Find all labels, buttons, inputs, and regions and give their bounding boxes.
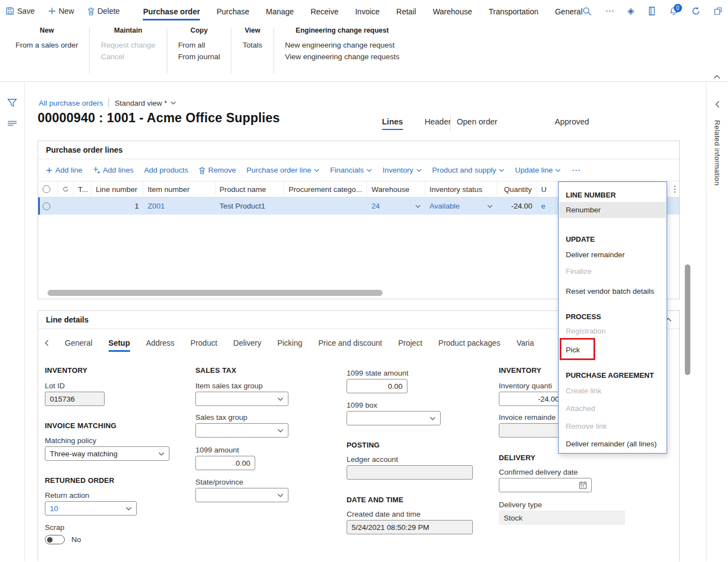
from-a-sales-order-button[interactable]: From a sales order xyxy=(16,39,78,51)
cell-product-name: Test Product1 xyxy=(215,197,285,215)
tab-header[interactable]: Header xyxy=(425,117,451,126)
product-and-supply-menu-button[interactable]: Product and supply xyxy=(432,166,505,174)
remove-button[interactable]: Remove xyxy=(199,166,236,174)
dynamics-waffle-icon[interactable]: ◈ xyxy=(627,7,634,15)
search-icon[interactable] xyxy=(582,7,592,16)
column-header-procurement-category[interactable]: Procurement catego... xyxy=(284,181,367,197)
ld-tab-general[interactable]: General xyxy=(65,335,92,351)
expand-panel-chevron-left-icon[interactable] xyxy=(715,101,720,108)
chevron-down-icon xyxy=(277,493,283,497)
filter-icon[interactable] xyxy=(7,98,17,107)
column-options-icon[interactable]: ⋮ xyxy=(666,181,679,197)
item-sales-tax-group-select[interactable] xyxy=(195,392,288,406)
add-lines-button[interactable]: Add lines xyxy=(93,166,134,174)
column-header-warehouse[interactable]: Warehouse xyxy=(367,181,425,197)
state-amount-1099-field[interactable]: 0.00 xyxy=(347,379,407,393)
ld-tab-variants-partial[interactable]: Varia xyxy=(517,335,534,351)
invoice-remainder-field[interactable] xyxy=(499,423,564,438)
column-header-product-name[interactable]: Product name xyxy=(215,181,285,197)
ld-tab-product-packages[interactable]: Product packages xyxy=(438,335,500,351)
tab-warehouse[interactable]: Warehouse xyxy=(433,1,472,21)
collapse-ribbon-chevron-up-icon[interactable] xyxy=(714,75,720,79)
view-engineering-change-requests-button[interactable]: View engineering change requests xyxy=(285,51,400,63)
row-select-radio[interactable] xyxy=(38,197,58,215)
column-header-item-number[interactable]: Item number xyxy=(143,181,215,197)
confirmed-delivery-date-field[interactable] xyxy=(499,478,592,492)
more-options-icon[interactable]: ⋯ xyxy=(605,7,614,15)
open-new-window-icon[interactable] xyxy=(714,7,722,15)
menu-item-reset-vendor-batch-details[interactable]: Reset vendor batch details xyxy=(566,287,654,295)
toc-list-icon[interactable] xyxy=(7,121,17,127)
return-action-select[interactable]: 10 xyxy=(45,501,137,516)
cell-item-number[interactable]: Z001 xyxy=(143,197,215,215)
delete-button[interactable]: Delete xyxy=(87,7,120,15)
remove-label: Remove xyxy=(208,166,236,174)
approval-status: Approved xyxy=(555,117,589,126)
task-guide-icon[interactable] xyxy=(648,7,656,15)
tab-retail[interactable]: Retail xyxy=(396,1,416,21)
grid-toolbar: Add line Add lines Add products Remove xyxy=(38,159,679,181)
tab-purchase-order[interactable]: Purchase order xyxy=(143,1,200,21)
grid-horizontal-scrollbar[interactable] xyxy=(48,290,383,296)
chevron-down-icon xyxy=(158,452,164,456)
financials-menu-button[interactable]: Financials xyxy=(330,166,372,174)
add-products-button[interactable]: Add products xyxy=(144,166,188,174)
sales-tax-group-select[interactable] xyxy=(195,423,288,438)
inventory-quantity-field[interactable]: -24.00 xyxy=(499,392,564,406)
lot-id-field[interactable]: 015736 xyxy=(45,392,105,406)
ld-tab-setup[interactable]: Setup xyxy=(109,335,130,351)
notifications-bell-icon[interactable]: 0 xyxy=(669,7,678,15)
view-selector[interactable]: Standard view * xyxy=(115,99,176,107)
box-1099-select[interactable] xyxy=(347,411,441,425)
ledger-account-field[interactable] xyxy=(347,465,473,480)
page-vertical-scrollbar[interactable] xyxy=(685,264,690,375)
cancel-button: Cancel xyxy=(101,51,155,63)
menu-item-renumber[interactable]: Renumber xyxy=(559,202,666,218)
cell-inventory-status[interactable]: Available xyxy=(425,197,497,215)
inventory-menu-button[interactable]: Inventory xyxy=(383,166,422,174)
new-button[interactable]: New xyxy=(48,7,74,15)
add-line-button[interactable]: Add line xyxy=(46,166,82,174)
column-header-quantity[interactable]: Quantity xyxy=(497,181,537,197)
tab-purchase[interactable]: Purchase xyxy=(216,1,249,21)
from-all-button[interactable]: From all xyxy=(178,39,220,51)
ld-tab-address[interactable]: Address xyxy=(146,335,174,351)
tab-lines[interactable]: Lines xyxy=(382,117,403,126)
tab-transportation[interactable]: Transportation xyxy=(489,1,539,21)
amount-1099-field[interactable]: 0.00 xyxy=(195,456,255,470)
scrap-toggle[interactable]: No xyxy=(45,535,81,544)
tab-manage[interactable]: Manage xyxy=(266,1,294,21)
tab-scroll-left-chevron-icon[interactable] xyxy=(45,340,49,346)
inventory-quantity-label-partial: Inventory quanti xyxy=(499,382,552,390)
refresh-icon[interactable] xyxy=(691,7,700,15)
state-province-select[interactable] xyxy=(195,488,288,502)
update-line-menu-button[interactable]: Update line xyxy=(515,166,561,174)
related-information-label[interactable]: Related information xyxy=(713,120,721,185)
created-date-time-field[interactable]: 5/24/2021 08:50:29 PM xyxy=(347,520,473,534)
tab-invoice[interactable]: Invoice xyxy=(355,1,379,21)
cell-warehouse[interactable]: 24 xyxy=(367,197,425,215)
toolbar-overflow-icon[interactable]: ⋯ xyxy=(571,166,580,175)
breadcrumb-link[interactable]: All purchase orders xyxy=(39,99,103,107)
tab-receive[interactable]: Receive xyxy=(311,1,339,21)
column-header-line-number[interactable]: Line number xyxy=(91,181,143,197)
select-all-radio[interactable] xyxy=(38,181,58,197)
purchase-order-line-label: Purchase order line xyxy=(246,166,311,174)
ld-tab-product[interactable]: Product xyxy=(190,335,217,351)
totals-button[interactable]: Totals xyxy=(242,39,262,51)
save-button[interactable]: Save xyxy=(6,7,35,15)
ld-tab-project[interactable]: Project xyxy=(398,335,422,351)
ribbon-group-view: View Totals xyxy=(231,27,273,81)
column-header-inventory-status[interactable]: Inventory status xyxy=(425,181,497,197)
column-header-t[interactable]: T... xyxy=(74,181,91,197)
menu-item-deliver-remainder-all-lines[interactable]: Deliver remainder (all lines) xyxy=(566,440,657,448)
menu-item-deliver-remainder[interactable]: Deliver remainder xyxy=(566,251,625,259)
new-engineering-change-request-button[interactable]: New engineering change request xyxy=(285,39,400,51)
matching-policy-select[interactable]: Three-way matching xyxy=(45,446,169,461)
ld-tab-picking[interactable]: Picking xyxy=(277,335,302,351)
ld-tab-price-and-discount[interactable]: Price and discount xyxy=(318,335,382,351)
from-journal-button[interactable]: From journal xyxy=(178,51,220,63)
ld-tab-delivery[interactable]: Delivery xyxy=(233,335,261,351)
tab-general[interactable]: General xyxy=(555,1,582,21)
purchase-order-line-menu-button[interactable]: Purchase order line xyxy=(246,166,319,174)
